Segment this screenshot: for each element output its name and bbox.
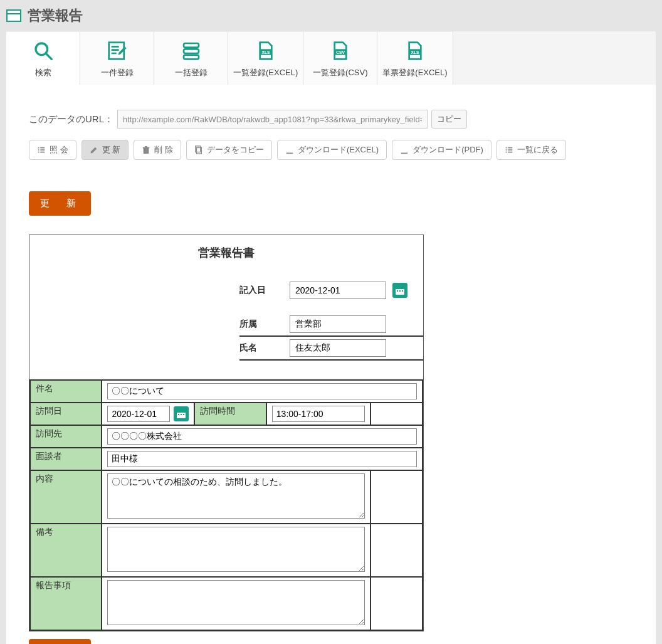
tab-label: 一覧登録(CSV) [313, 67, 367, 78]
update-button-top[interactable]: 更 新 [29, 191, 91, 216]
window-icon [6, 9, 21, 22]
button-label: 一覧に戻る [517, 144, 558, 156]
button-label: 更 新 [102, 144, 121, 156]
meta-row-entry-date: 記入日 [239, 279, 423, 302]
meta-row-department: 所属 [239, 313, 423, 337]
tab-single-register[interactable]: 一件登録 [80, 31, 154, 85]
department-label: 所属 [239, 319, 283, 330]
svg-rect-22 [181, 414, 182, 415]
url-label: このデータのURL： [29, 113, 113, 125]
search-icon [33, 41, 53, 61]
name-label: 氏名 [239, 342, 283, 354]
svg-rect-4 [184, 49, 199, 53]
tab-single-register-excel[interactable]: XLS 単票登録(EXCEL) [377, 31, 453, 85]
download-icon [400, 145, 409, 154]
report-label: 報告事項 [30, 577, 102, 630]
svg-rect-23 [183, 414, 184, 415]
view-button[interactable]: 照 会 [29, 140, 76, 160]
calendar-icon[interactable] [174, 406, 189, 421]
interviewee-label: 面談者 [30, 448, 102, 470]
svg-rect-15 [396, 287, 404, 289]
svg-rect-21 [178, 414, 179, 415]
row-visit-date: 訪問日 訪問時間 [30, 403, 423, 425]
button-label: 削 除 [154, 144, 173, 156]
main-panel: 検索 一件登録 一括登録 XLS 一覧登録(EXCEL) CSV 一覧登録(CS… [6, 31, 656, 644]
tab-bulk-register[interactable]: 一括登録 [154, 31, 228, 85]
tab-search[interactable]: 検索 [6, 31, 80, 85]
svg-line-1 [46, 53, 51, 59]
page-header: 営業報告 [6, 6, 656, 25]
url-input[interactable] [117, 110, 428, 129]
download-icon [285, 145, 294, 154]
csv-file-icon: CSV [330, 41, 350, 61]
tab-label: 一件登録 [101, 67, 134, 78]
page-title: 営業報告 [28, 6, 83, 25]
xls-file-icon: XLS [405, 41, 425, 61]
row-content: 内容 [30, 470, 423, 524]
content-area: このデータのURL： コピー 照 会 更 新 削 除 データをコピー [6, 85, 656, 644]
subject-input[interactable] [107, 383, 417, 399]
svg-rect-3 [184, 43, 199, 48]
edit-doc-icon [107, 41, 127, 61]
visit-date-label: 訪問日 [30, 403, 102, 425]
svg-text:CSV: CSV [336, 50, 345, 55]
list-icon [505, 145, 513, 154]
button-label: 照 会 [50, 144, 68, 156]
tab-label: 検索 [35, 67, 51, 78]
content-label: 内容 [30, 470, 102, 524]
tab-label: 一括登録 [175, 67, 208, 78]
name-input[interactable] [290, 339, 386, 357]
svg-rect-17 [399, 290, 401, 292]
destination-input[interactable] [107, 428, 417, 445]
department-input[interactable] [290, 315, 386, 333]
svg-text:XLS: XLS [411, 50, 419, 55]
list-icon [37, 145, 46, 154]
svg-text:XLS: XLS [261, 50, 270, 55]
remarks-label: 備考 [30, 524, 102, 577]
tab-list-register-csv[interactable]: CSV 一覧登録(CSV) [303, 31, 377, 85]
content-textarea[interactable] [107, 473, 364, 519]
button-label: データをコピー [207, 144, 264, 156]
interviewee-input[interactable] [107, 451, 417, 467]
visit-time-label: 訪問時間 [194, 403, 266, 425]
visit-date-input[interactable] [107, 406, 170, 422]
delete-button[interactable]: 削 除 [134, 140, 181, 160]
row-destination: 訪問先 [30, 425, 423, 448]
svg-rect-5 [184, 55, 199, 60]
action-bar: 照 会 更 新 削 除 データをコピー ダウンロード(EXCEL) ダウンロード… [29, 140, 633, 160]
copy-data-button[interactable]: データをコピー [186, 140, 272, 160]
download-excel-button[interactable]: ダウンロード(EXCEL) [277, 140, 387, 160]
form-sheet: 営業報告書 記入日 所属 氏名 [29, 235, 424, 631]
update-button-bottom[interactable]: 更 新 [29, 639, 91, 644]
svg-rect-20 [177, 411, 186, 413]
tabs: 検索 一件登録 一括登録 XLS 一覧登録(EXCEL) CSV 一覧登録(CS… [6, 31, 453, 85]
trash-icon [142, 145, 150, 154]
calendar-icon[interactable] [392, 283, 407, 298]
entry-date-label: 記入日 [239, 285, 283, 296]
tab-list-register-excel[interactable]: XLS 一覧登録(EXCEL) [228, 31, 303, 85]
row-report: 報告事項 [30, 577, 423, 630]
remarks-textarea[interactable] [107, 527, 364, 572]
back-to-list-button[interactable]: 一覧に戻る [497, 140, 566, 160]
data-grid: 件名 訪問日 訪問時間 [29, 379, 423, 631]
row-remarks: 備考 [30, 524, 423, 577]
copy-button[interactable]: コピー [431, 110, 467, 129]
sheet-title: 営業報告書 [29, 235, 423, 279]
meta-block: 記入日 所属 氏名 [29, 279, 423, 379]
tab-label: 単票登録(EXCEL) [382, 67, 447, 78]
button-label: ダウンロード(PDF) [412, 144, 483, 156]
subject-label: 件名 [30, 380, 102, 403]
stack-icon [181, 41, 201, 61]
meta-row-name: 氏名 [239, 337, 423, 361]
entry-date-input[interactable] [290, 282, 386, 299]
report-textarea[interactable] [107, 580, 364, 625]
tab-label: 一覧登録(EXCEL) [233, 67, 298, 78]
copy-icon [194, 145, 203, 154]
row-interviewee: 面談者 [30, 448, 423, 470]
download-pdf-button[interactable]: ダウンロード(PDF) [392, 140, 491, 160]
svg-rect-16 [397, 290, 398, 292]
xls-file-icon: XLS [256, 41, 276, 61]
destination-label: 訪問先 [30, 425, 102, 448]
visit-time-input[interactable] [272, 406, 365, 422]
edit-button[interactable]: 更 新 [81, 140, 129, 160]
